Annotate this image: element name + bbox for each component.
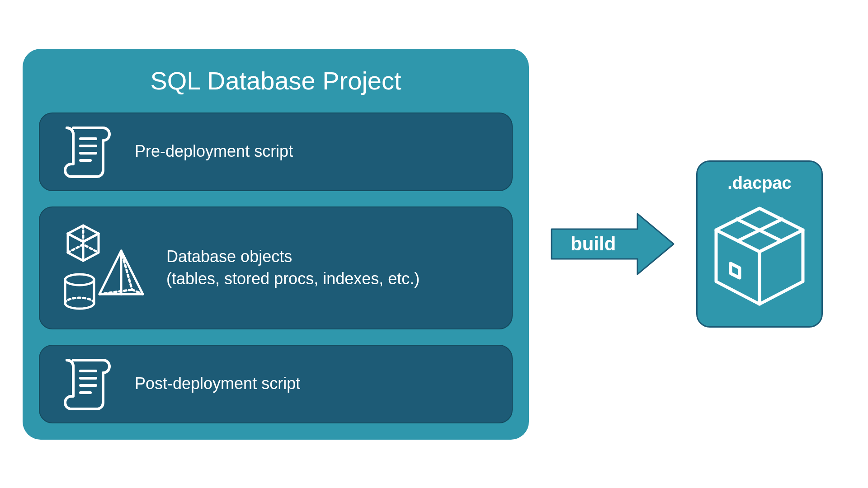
- dacpac-output: .dacpac: [696, 160, 823, 328]
- svg-marker-19: [552, 214, 674, 274]
- post-deployment-card: Post-deployment script: [39, 345, 513, 423]
- geometric-shapes-icon: [58, 223, 148, 313]
- objects-label-line2: (tables, stored procs, indexes, etc.): [166, 269, 420, 288]
- post-deployment-label: Post-deployment script: [135, 373, 300, 395]
- objects-label-line1: Database objects: [166, 247, 292, 266]
- svg-point-14: [65, 274, 94, 285]
- dacpac-label: .dacpac: [727, 174, 792, 193]
- arrow-right-icon: [547, 210, 678, 278]
- svg-line-6: [83, 234, 99, 242]
- project-title: SQL Database Project: [39, 62, 513, 97]
- pre-deployment-card: Pre-deployment script: [39, 113, 513, 191]
- scroll-script-icon: [58, 357, 117, 411]
- database-objects-card: Database objects (tables, stored procs, …: [39, 206, 513, 329]
- package-box-icon: [710, 202, 809, 310]
- scroll-script-icon: [58, 125, 117, 178]
- svg-line-7: [68, 234, 83, 242]
- database-objects-label: Database objects (tables, stored procs, …: [166, 246, 420, 290]
- svg-marker-24: [731, 263, 740, 278]
- project-container: SQL Database Project Pre-deployment scri…: [23, 49, 529, 440]
- build-arrow: build: [547, 210, 678, 278]
- pre-deployment-label: Pre-deployment script: [135, 141, 293, 163]
